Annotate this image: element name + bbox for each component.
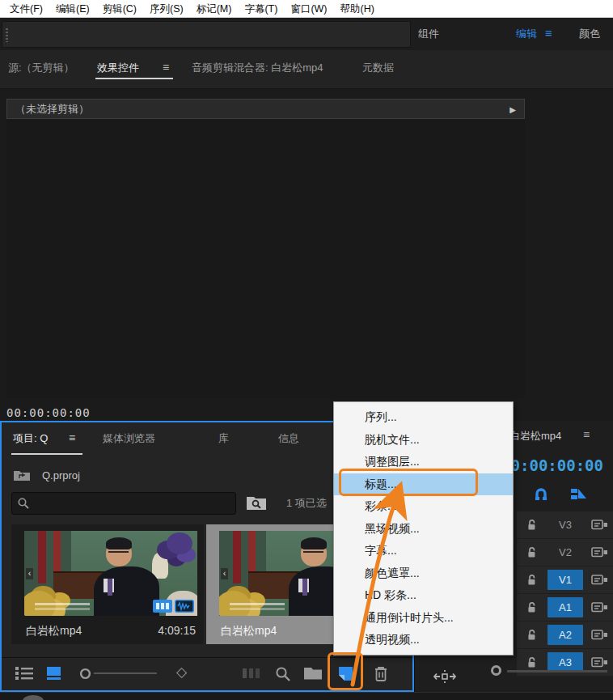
timeline-zoom-track[interactable] <box>507 670 607 672</box>
tab-source[interactable]: 源:（无剪辑） <box>8 50 74 86</box>
icon-view-button[interactable] <box>45 665 63 681</box>
track-row-a2: A2 <box>517 622 613 648</box>
effect-controls-panel-menu-icon[interactable]: ≡ <box>163 50 169 86</box>
track-target-button-v3[interactable]: V3 <box>547 515 583 535</box>
selection-status: 1 项已选 <box>286 492 327 515</box>
project-panel-menu-icon[interactable]: ≡ <box>69 422 75 455</box>
lock-icon[interactable] <box>526 656 537 668</box>
toolbar-empty-field <box>2 21 411 48</box>
source-patch-icon[interactable] <box>591 629 608 641</box>
clip-name[interactable]: 白岩松mp4 <box>221 622 277 639</box>
lock-icon[interactable] <box>526 574 537 586</box>
context-menu-item-10[interactable]: 透明视频... <box>334 629 513 651</box>
track-target-button-v1[interactable]: V1 <box>547 570 583 590</box>
track-row-v3: V3 <box>517 511 613 538</box>
expand-arrow-icon[interactable]: ▶ <box>509 100 516 119</box>
workspace-components[interactable]: 组件 <box>418 18 439 50</box>
lock-icon[interactable] <box>526 546 537 558</box>
search-input[interactable] <box>33 494 232 513</box>
effect-controls-empty-body <box>6 119 525 398</box>
workspace-menu-icon[interactable]: ≡ <box>545 18 552 50</box>
tab-audio-mixer[interactable]: 音频剪辑混合器: 白岩松mp4 <box>192 50 323 86</box>
video-filmstrip-icon[interactable] <box>153 600 172 613</box>
pan-scroll-icon[interactable] <box>433 667 457 686</box>
top-tab-strip: 源:（无剪辑） 效果控件 ≡ 音频剪辑混合器: 白岩松mp4 元数据 <box>0 50 613 89</box>
workspace-editing[interactable]: 编辑 <box>516 18 537 50</box>
context-menu-item-7[interactable]: 颜色遮罩... <box>334 562 513 585</box>
clip-duration: 4:09:15 <box>158 622 196 639</box>
context-menu-item-0[interactable]: 序列... <box>334 406 513 429</box>
tab-media-browser[interactable]: 媒体浏览器 <box>103 422 155 455</box>
audio-waveform-icon[interactable] <box>175 600 194 613</box>
tab-libraries[interactable]: 库 <box>218 422 229 455</box>
scrub-handle-icon[interactable]: ‹ <box>221 568 228 579</box>
list-view-button[interactable] <box>15 665 34 681</box>
menubar: 文件(F)编辑(E)剪辑(C)序列(S)标记(M)字幕(T)窗口(W)帮助(H) <box>0 0 613 18</box>
workspace-bar: 组件 编辑 ≡ 颜色 <box>0 18 613 50</box>
timeline-zoom-knob[interactable] <box>491 665 501 676</box>
menubar-item-6[interactable]: 窗口(W) <box>284 0 333 18</box>
new-item-button[interactable] <box>336 665 354 683</box>
sort-icon[interactable]: ◇ <box>176 664 187 681</box>
folder-up-icon[interactable] <box>13 469 31 482</box>
find-in-project-icon[interactable] <box>245 494 269 513</box>
source-patch-icon[interactable] <box>591 519 608 531</box>
timeline-title[interactable]: 白岩松mp4 <box>509 429 561 443</box>
active-tab-underline <box>95 78 173 79</box>
menubar-item-7[interactable]: 帮助(H) <box>334 0 381 18</box>
tab-effect-controls[interactable]: 效果控件 <box>97 50 139 86</box>
lock-icon[interactable] <box>526 629 537 641</box>
linked-selection-icon[interactable] <box>570 487 588 502</box>
snap-icon[interactable] <box>533 487 549 502</box>
search-box[interactable] <box>11 492 236 515</box>
timeline-timecode[interactable]: 00:00:00:00 <box>501 456 603 474</box>
scrub-handle-icon[interactable]: ‹ <box>26 568 33 579</box>
new-bin-button[interactable] <box>302 665 323 681</box>
source-patch-icon[interactable] <box>591 601 608 613</box>
menubar-item-4[interactable]: 标记(M) <box>190 0 239 18</box>
lock-icon[interactable] <box>526 519 537 531</box>
project-breadcrumb[interactable]: Q.prproj <box>13 466 80 484</box>
context-menu-item-highlighted[interactable]: 标题... <box>334 473 513 496</box>
partial-icon <box>23 695 44 700</box>
zoom-slider-track[interactable] <box>94 672 157 674</box>
delete-button[interactable] <box>372 665 390 683</box>
track-target-button-a1[interactable]: A1 <box>547 597 583 617</box>
lock-icon[interactable] <box>526 601 537 613</box>
effect-controls-timecode: 00:00:00:00 <box>6 406 91 419</box>
track-target-button-v2[interactable]: V2 <box>547 542 583 562</box>
menubar-item-2[interactable]: 剪辑(C) <box>96 0 143 18</box>
menubar-item-3[interactable]: 序列(S) <box>143 0 190 18</box>
premiere-app-window: 文件(F)编辑(E)剪辑(C)序列(S)标记(M)字幕(T)窗口(W)帮助(H)… <box>0 0 613 700</box>
zoom-slider-knob[interactable] <box>79 668 91 680</box>
track-row-a1: A1 <box>517 594 613 621</box>
track-target-button-a2[interactable]: A2 <box>547 625 583 645</box>
effect-controls-panel: （未选择剪辑） ▶ 00:00:00:00 <box>0 89 613 421</box>
tab-metadata[interactable]: 元数据 <box>362 50 394 86</box>
tab-info[interactable]: 信息 <box>278 422 299 455</box>
clip-thumbnail[interactable]: ‹ <box>24 531 197 616</box>
context-menu-item-8[interactable]: HD 彩条... <box>334 584 513 607</box>
context-menu-item-1[interactable]: 脱机文件... <box>334 429 513 452</box>
menubar-item-0[interactable]: 文件(F) <box>3 0 49 18</box>
source-patch-icon[interactable] <box>591 546 608 558</box>
tab-project[interactable]: 项目: Q <box>13 422 48 455</box>
clip-name[interactable]: 白岩松mp4 <box>26 622 82 639</box>
no-clip-selected-label: （未选择剪辑） <box>15 103 89 115</box>
timeline-panel-menu-icon[interactable]: ≡ <box>583 428 590 441</box>
source-patch-icon[interactable] <box>591 656 608 668</box>
clip-tile[interactable]: ‹ 白岩 <box>11 524 204 644</box>
context-menu-item-6[interactable]: 字幕... <box>334 540 513 562</box>
context-menu-item-2[interactable]: 调整图层... <box>334 451 513 473</box>
menubar-item-1[interactable]: 编辑(E) <box>49 0 96 18</box>
menubar-item-5[interactable]: 字幕(T) <box>238 0 284 18</box>
context-menu-item-4[interactable]: 彩条... <box>334 495 513 518</box>
context-menu-item-5[interactable]: 黑场视频... <box>334 518 513 541</box>
source-patch-icon[interactable] <box>591 574 608 586</box>
context-menu-item-9[interactable]: 通用倒计时片头... <box>334 607 513 630</box>
search-icon <box>17 497 30 510</box>
automate-to-sequence-icon <box>241 665 262 681</box>
active-tab-underline <box>11 453 82 455</box>
find-button[interactable] <box>274 665 292 683</box>
workspace-color[interactable]: 颜色 <box>579 18 600 50</box>
